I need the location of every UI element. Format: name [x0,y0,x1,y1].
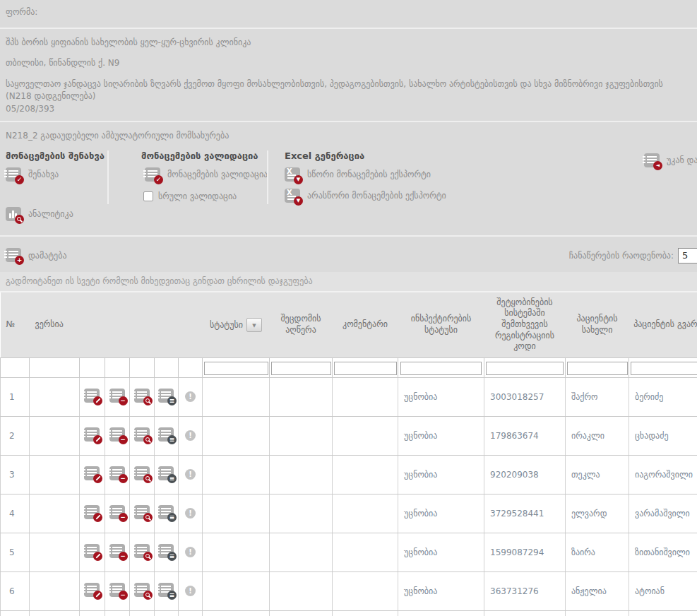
delete-row-button[interactable]: − [109,583,126,600]
divider [267,150,268,204]
document-icon: ≡ [158,505,174,520]
minus-icon: − [119,513,128,522]
add-button[interactable]: + დამატება [6,248,67,263]
col-header-status[interactable]: სტატუსი▼ [203,292,270,358]
filter-inspection-status-input[interactable] [400,362,482,375]
view-row-button[interactable] [134,505,150,522]
grouping-hint-bar[interactable]: გადმოიტანეთ ის სვეტი რომლის მიხედვითაც გ… [0,272,697,292]
col-header-reg-code[interactable]: შეტყობინების სისტემაში შემთხვევის რეგისტ… [484,292,566,358]
last-name-cell: ბერიძე [629,377,697,416]
document-icon: − [109,544,126,559]
divider [0,121,697,122]
edit-row-button[interactable] [84,466,100,483]
row-number: 4 [1,494,30,533]
edit-row-button[interactable] [84,505,100,522]
save-button[interactable]: ✓ შენახვა [6,167,59,182]
delete-row-button[interactable]: − [109,505,126,522]
form-code: 05/208/393 [6,104,691,114]
filter-error-desc-input[interactable] [271,362,331,375]
delete-row-button[interactable]: − [109,544,126,561]
document-icon: ≡ [158,544,174,559]
row-details-button[interactable]: ≡ [158,389,174,405]
excel-file-icon: ▼ [285,167,301,182]
row-info-button[interactable]: ! [185,586,196,596]
row-info-button[interactable]: ! [185,430,196,441]
row-details-button[interactable]: ≡ [158,427,174,444]
document-icon: ◄ [644,153,660,168]
divider [0,28,697,29]
version-cell [30,455,80,494]
row-info-button[interactable]: ! [185,547,196,557]
view-row-button[interactable] [134,389,150,405]
table-row: 6 − ≡ ! უცნობია 363731276 ანჟელია ატოიან [1,571,697,610]
chevron-down-icon: ▼ [252,323,256,328]
version-cell [30,377,80,416]
filter-cell [179,357,203,377]
validate-button[interactable]: ✓ მონაცემების ვალიდაცია [145,167,268,182]
edit-row-button[interactable] [84,544,100,561]
exclamation-icon: ! [185,508,196,519]
edit-row-button[interactable] [84,427,100,444]
reg-code-cell: 3003018257 [484,377,566,416]
error-desc-cell [270,494,333,533]
filter-comment-input[interactable] [334,362,397,375]
filter-first-name-input[interactable] [567,362,628,375]
back-button[interactable]: ◄ უკან დაბრუნება [644,153,697,168]
last-name-cell: ფუნთუშაშვილი [629,610,697,616]
col-header-action [130,292,155,358]
col-header-version[interactable]: ვერსია [30,292,80,358]
bar-chart-icon [6,207,22,222]
divider [107,150,109,204]
row-info-button[interactable]: ! [185,508,196,519]
view-row-button[interactable] [134,544,150,561]
edit-row-button[interactable] [84,583,100,600]
col-header-num[interactable]: № [1,292,30,358]
status-cell [203,571,270,610]
exclamation-icon: ! [185,586,196,596]
status-filter-dropdown[interactable]: ▼ [246,318,262,332]
view-row-button[interactable] [134,583,150,600]
filter-last-name-input[interactable] [631,362,697,375]
view-row-button[interactable] [134,466,150,483]
filter-reg-code-input[interactable] [486,362,563,375]
col-header-last-name[interactable]: პაციენტის გვარი [629,292,697,358]
delete-row-button[interactable]: − [109,389,126,405]
delete-row-button[interactable]: − [109,427,126,444]
excel-file-icon: ▼ [285,189,301,203]
document-icon: − [109,466,126,481]
clinic-address: თბილისი, წინანდლის ქ. N9 [6,58,691,68]
row-details-button[interactable]: ≡ [158,466,174,483]
pencil-icon [93,552,102,561]
col-header-first-name[interactable]: პაციენტის სახელი [566,292,629,358]
full-validation-checkbox[interactable] [143,191,153,201]
minus-icon: − [119,435,128,444]
records-count-input[interactable] [678,248,697,263]
export-valid-button[interactable]: ▼ სწორი მონაცემების ექსპორტი [285,167,431,182]
row-details-button[interactable]: ≡ [158,583,174,600]
table-row: 3 − ≡ ! უცნობია 920209038 თეკლა იაგორაშვ… [1,455,697,494]
col-header-inspection-status[interactable]: ინსპექტირების სტატუსი [398,292,484,358]
col-header-error-desc[interactable]: შეცდომის აღწერა [270,292,333,358]
download-arrow-icon: ▼ [294,175,303,184]
row-details-button[interactable]: ≡ [158,544,174,561]
row-info-button[interactable]: ! [185,391,196,402]
last-name-cell: იაგორაშვილი [629,455,697,494]
row-info-button[interactable]: ! [185,469,196,480]
list-icon: ≡ [167,591,177,600]
row-details-button[interactable]: ≡ [158,505,174,522]
comment-cell [333,494,398,533]
reg-code-cell: 3729528441 [484,494,566,533]
analytics-button[interactable]: ანალიტიკა [6,207,73,222]
col-header-comment[interactable]: კომენტარი [333,292,398,358]
delete-row-button[interactable]: − [109,466,126,483]
inspection-status-cell: უცნობია [398,610,484,616]
filter-status-input[interactable] [204,362,268,375]
export-invalid-button[interactable]: ▼ არასწორი მონაცემების ექსპორტი [285,189,446,203]
table-row: 2 − ≡ ! უცნობია 179863674 ირაკლი ცხადაძე [1,416,697,455]
document-icon [134,427,150,442]
edit-row-button[interactable] [84,389,100,405]
last-name-cell: ზითანიშვილი [629,533,697,571]
error-desc-cell [270,533,333,571]
error-desc-cell [270,571,333,610]
view-row-button[interactable] [134,427,150,444]
